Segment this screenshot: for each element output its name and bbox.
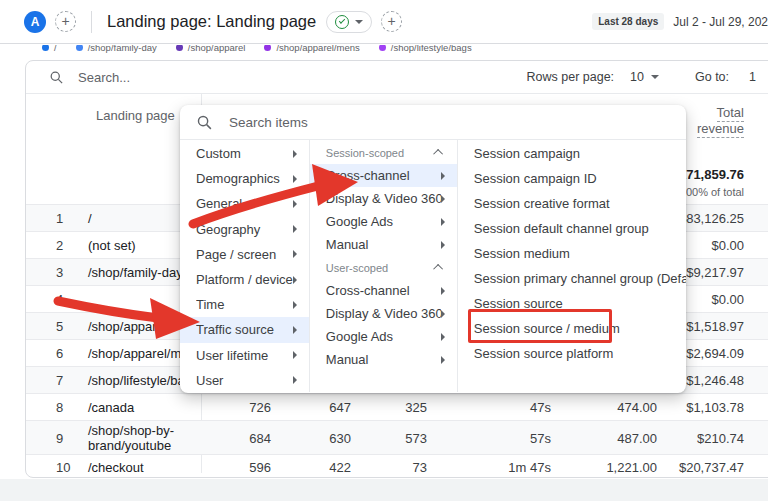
menu-subcategory-item[interactable]: Manual — [310, 233, 457, 256]
menu-category-item[interactable]: Page / screen — [180, 242, 309, 267]
menu-item-label: Manual — [326, 352, 441, 367]
menu-category-item[interactable]: Platform / device — [180, 267, 309, 292]
metric-cell: 487.00 — [617, 430, 657, 445]
page-background — [0, 479, 768, 501]
check-circle-icon — [335, 15, 349, 29]
goto-label: Go to: — [695, 70, 729, 84]
menu-category-item[interactable]: Time — [180, 292, 309, 317]
legend-label: /shop/family-day — [88, 45, 157, 53]
date-range-control[interactable]: Last 28 days Jul 2 - Jul 29, 202 — [592, 13, 768, 30]
menu-category-item[interactable]: Traffic source — [180, 317, 309, 342]
search-input[interactable]: Search... — [49, 70, 527, 85]
avatar[interactable]: A — [24, 11, 46, 33]
menu-item-label: Session campaign — [474, 146, 686, 161]
tab-status-dropdown[interactable] — [326, 11, 372, 33]
menu-search-input[interactable]: Search items — [180, 105, 686, 140]
menu-category-item[interactable]: General — [180, 191, 309, 216]
menu-dimension-item[interactable]: Session campaign ID — [458, 166, 686, 191]
menu-subcategory-item[interactable]: Google Ads — [310, 210, 457, 233]
legend-row: / /shop/family-day /shop/apparel /shop/a… — [0, 45, 768, 53]
legend-dot-icon — [264, 45, 271, 51]
metric-cell: 73 — [413, 460, 427, 475]
menu-category-item[interactable]: User lifetime — [180, 343, 309, 368]
revenue-cell: $1,103.78 — [686, 400, 744, 415]
app-header: A + Landing page: Landing page + Last 28… — [0, 0, 768, 44]
chevron-right-icon — [441, 333, 445, 341]
menu-dimension-item[interactable]: Session source platform — [458, 341, 686, 366]
row-index: 9 — [56, 430, 63, 445]
menu-dimension-item[interactable]: Session creative format — [458, 191, 686, 216]
menu-dimension-item[interactable]: Session medium — [458, 241, 686, 266]
menu-item-label: Platform / device — [196, 272, 293, 287]
row-index: 2 — [56, 238, 63, 253]
menu-item-label: Display & Video 360 — [326, 306, 441, 321]
add-tab-button-2[interactable]: + — [381, 11, 402, 32]
menu-category-item[interactable]: User — [180, 368, 309, 393]
menu-item-label: Time — [196, 297, 293, 312]
pagination-controls: Rows per page: 10 Go to: 1 — [527, 70, 756, 84]
menu-category-item[interactable]: Geography — [180, 217, 309, 242]
revenue-cell: $9,217.97 — [686, 265, 744, 280]
legend-label: /shop/apparel/mens — [276, 45, 359, 53]
metric-cell: 1,221.00 — [606, 460, 657, 475]
dimension-column-header[interactable]: Landing page — [96, 108, 175, 123]
chevron-right-icon — [441, 172, 445, 180]
rows-per-page-value[interactable]: 10 — [630, 70, 644, 84]
menu-subcategory-item[interactable]: Google Ads — [310, 325, 457, 348]
menu-subcategory-item[interactable]: Display & Video 360 — [310, 187, 457, 210]
header-divider — [91, 11, 92, 33]
legend-dot-icon — [379, 45, 386, 51]
legend-item: /shop/family-day — [76, 45, 157, 53]
dimension-picker-menu: Search items Custom Demographics General… — [180, 105, 686, 393]
menu-dimension-item[interactable]: Session primary channel group (Default ( — [458, 266, 686, 291]
chevron-right-icon — [441, 241, 445, 249]
legend-dot-icon — [76, 45, 83, 51]
chevron-right-icon — [293, 301, 297, 309]
chevron-right-icon — [293, 150, 297, 158]
revenue-column-header[interactable]: Total revenue — [697, 105, 744, 137]
menu-dimension-item[interactable]: Session source — [458, 291, 686, 316]
menu-item-label: Cross-channel — [326, 283, 441, 298]
menu-subcategory-item[interactable]: Cross-channel — [310, 164, 457, 187]
chevron-right-icon — [293, 276, 297, 284]
menu-dimension-item[interactable]: Session source / medium — [458, 316, 686, 341]
menu-group-header[interactable]: Session-scoped — [310, 141, 457, 164]
goto-page-input[interactable]: 1 — [749, 70, 756, 84]
revenue-cell: $0.00 — [711, 238, 744, 253]
metric-cell: 573 — [405, 430, 427, 445]
landing-page-cell: /canada — [88, 400, 134, 415]
legend-label: / — [54, 45, 57, 53]
menu-dimension-item[interactable]: Session default channel group — [458, 216, 686, 241]
add-tab-button[interactable]: + — [55, 11, 76, 32]
search-icon — [196, 114, 213, 131]
table-row[interactable]: 10 /checkout 596 422 73 1m 47s 1,221.00 … — [26, 454, 768, 479]
tab-title[interactable]: Landing page: Landing page — [107, 12, 316, 31]
legend-dot-icon — [42, 45, 49, 51]
menu-subcategory-item[interactable]: Display & Video 360 — [310, 302, 457, 325]
chevron-right-icon — [293, 376, 297, 384]
revenue-header-word: Total — [717, 105, 744, 122]
metric-cell: 630 — [329, 430, 351, 445]
search-icon — [49, 70, 64, 85]
menu-subcategory-item[interactable]: Cross-channel — [310, 279, 457, 302]
metric-cell: 47s — [530, 400, 551, 415]
row-index: 3 — [56, 265, 63, 280]
table-row[interactable]: 9 /shop/shop-by- brand/youtube 684 630 5… — [26, 420, 768, 454]
menu-item-label: Google Ads — [326, 214, 441, 229]
menu-category-item[interactable]: Custom — [180, 141, 309, 166]
menu-item-label: Session source platform — [474, 346, 686, 361]
chevron-right-icon — [293, 175, 297, 183]
menu-column-categories: Custom Demographics General Geography Pa… — [180, 140, 310, 392]
menu-item-label: Session creative format — [474, 196, 686, 211]
metric-cell: 1m 47s — [508, 460, 551, 475]
metric-cell: 57s — [530, 430, 551, 445]
chevron-right-icon — [293, 326, 297, 334]
caret-down-icon[interactable] — [651, 75, 659, 79]
metric-cell: 325 — [405, 400, 427, 415]
menu-dimension-item[interactable]: Session campaign — [458, 141, 686, 166]
menu-category-item[interactable]: Demographics — [180, 166, 309, 191]
menu-group-header[interactable]: User-scoped — [310, 256, 457, 279]
menu-subcategory-item[interactable]: Manual — [310, 348, 457, 371]
menu-item-label: Google Ads — [326, 329, 441, 344]
table-row[interactable]: 8 /canada 726 647 325 47s 474.00 $1,103.… — [26, 393, 768, 420]
